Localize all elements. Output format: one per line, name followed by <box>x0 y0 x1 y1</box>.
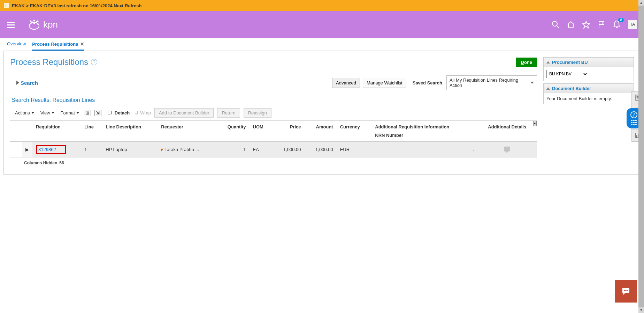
wrap-button: ↲Wrap <box>135 110 151 116</box>
export-icon[interactable]: ⇲ <box>94 110 101 116</box>
done-mnemonic: D <box>521 60 524 65</box>
chevron-down-icon <box>31 112 34 114</box>
actions-menu[interactable]: Actions <box>14 109 36 117</box>
procurement-bu-panel-header[interactable]: Procurement BU <box>544 58 634 67</box>
horizontal-scroll-handle[interactable]: ▸ <box>533 121 537 126</box>
done-button[interactable]: Done <box>516 58 537 67</box>
col-additional-info[interactable]: Additional Requisition Information KRN N… <box>371 121 477 142</box>
star-icon[interactable] <box>582 20 590 29</box>
header-actions: 8 TA <box>551 20 637 29</box>
svg-point-3 <box>37 21 38 22</box>
document-builder-title: Document Builder <box>552 86 591 91</box>
adv-mnemonic: A <box>336 80 339 85</box>
results-title: Search Results: Requisition Lines <box>12 97 536 103</box>
reassign-button[interactable]: Reassign <box>244 108 271 118</box>
document-builder-panel: Document Builder Your Document Builder i… <box>543 83 634 104</box>
flag-icon: ◤ <box>161 148 164 152</box>
keypad-icon <box>631 120 637 125</box>
requester-name: Taraka Prabhu ... <box>164 147 199 152</box>
return-button[interactable]: Return <box>217 108 240 118</box>
expand-triangle-icon <box>16 81 19 85</box>
home-icon[interactable] <box>567 20 575 29</box>
search-controls: Advanced Manage Watchlist Saved Search A… <box>332 75 537 90</box>
crown-logo-icon <box>27 17 41 31</box>
chevron-down-icon <box>530 82 534 84</box>
page-title: Process Requisitions ? <box>10 57 97 67</box>
col-uom[interactable]: UOM <box>250 121 273 142</box>
page-tabs: Overview Process Requisitions ✕ <box>0 38 644 51</box>
col-quantity[interactable]: Quantity <box>216 121 250 142</box>
done-rest: one <box>524 60 532 65</box>
scroll-up-icon[interactable]: ▲ <box>638 0 644 6</box>
requisition-lines-table: Requisition Line Line Description Reques… <box>10 121 537 158</box>
table-row[interactable]: ▶ 8129862 1 HP Laptop ◤Taraka Prabhu ...… <box>10 142 537 158</box>
document-builder-empty: Your Document Builder is empty. <box>546 96 612 101</box>
advanced-button[interactable]: Advanced <box>332 78 360 88</box>
table-footer: Columns Hidden 56 <box>10 158 537 168</box>
wrap-icon: ↲ <box>135 110 139 116</box>
highlight-box: 8129862 <box>36 145 66 154</box>
saved-search-select[interactable]: All My Requisition Lines Requiring Actio… <box>446 75 537 90</box>
add-to-document-builder-button[interactable]: Add to Document Builder <box>154 108 214 118</box>
flag-icon[interactable] <box>597 20 606 29</box>
hamburger-menu-icon[interactable] <box>7 21 17 28</box>
detach-button[interactable]: ❐Detach <box>105 109 131 118</box>
detach-label: Detach <box>115 110 130 115</box>
page-title-row: Process Requisitions ? Done <box>10 57 537 67</box>
details-icon[interactable] <box>504 147 510 151</box>
saved-search-value: All My Requisition Lines Requiring Actio… <box>450 77 530 88</box>
format-menu[interactable]: Format <box>59 109 80 117</box>
help-icon[interactable]: ? <box>91 59 97 65</box>
col-amount[interactable]: Amount <box>304 121 336 142</box>
collapse-triangle-icon <box>546 87 550 90</box>
tab-process-requisitions[interactable]: Process Requisitions ✕ <box>32 41 84 51</box>
vertical-scrollbar[interactable]: ▲ ▼ <box>638 0 644 178</box>
svg-point-1 <box>30 21 31 22</box>
col-line[interactable]: Line <box>81 121 102 142</box>
brand-logo[interactable]: kpn <box>27 17 58 31</box>
tab-label: Process Requisitions <box>32 42 78 47</box>
close-tab-icon[interactable]: ✕ <box>80 41 84 47</box>
freeze-icon[interactable]: ⊞ <box>84 110 91 116</box>
procurement-bu-panel: Procurement BU BU KPN BV <box>543 57 634 81</box>
cell-requisition: 8129862 <box>32 142 81 158</box>
tab-overview[interactable]: Overview <box>7 41 26 51</box>
col-requisition[interactable]: Requisition <box>32 121 81 142</box>
col-additional-details[interactable]: Additional Details <box>477 121 537 142</box>
expand-row-icon[interactable]: ▶ <box>22 142 32 158</box>
search-toggle[interactable]: Search <box>16 80 38 86</box>
search-label: Search <box>21 80 38 86</box>
procurement-bu-title: Procurement BU <box>552 60 588 65</box>
cell-requester: ◤Taraka Prabhu ... <box>158 142 216 158</box>
view-label: View <box>40 110 50 115</box>
main-column: Process Requisitions ? Done Search Advan… <box>10 57 537 168</box>
chevron-down-icon <box>76 112 79 114</box>
svg-line-5 <box>557 25 559 28</box>
search-icon[interactable] <box>551 20 560 29</box>
col-price[interactable]: Price <box>272 121 304 142</box>
main-content: Process Requisitions ? Done Search Advan… <box>3 51 641 175</box>
header-spacer <box>10 121 22 142</box>
col-line-description[interactable]: Line Description <box>102 121 158 142</box>
svg-point-2 <box>34 20 35 21</box>
format-label: Format <box>61 110 75 115</box>
page-title-text: Process Requisitions <box>10 57 88 67</box>
info-icon: i <box>630 111 637 118</box>
col-requester[interactable]: Requester <box>158 121 216 142</box>
columns-hidden-label: Columns Hidden <box>24 161 57 165</box>
view-menu[interactable]: View <box>39 109 56 117</box>
manage-watchlist-button[interactable]: Manage Watchlist <box>363 78 406 88</box>
user-avatar[interactable]: TA <box>628 20 637 29</box>
document-builder-panel-header[interactable]: Document Builder <box>544 84 634 93</box>
cell-line-description: HP Laptop <box>102 142 158 158</box>
requisition-link[interactable]: 8129862 <box>38 147 56 152</box>
scroll-thumb[interactable] <box>638 6 644 178</box>
procurement-bu-select[interactable]: BU KPN BV <box>546 70 588 78</box>
col-currency[interactable]: Currency <box>337 121 372 142</box>
svg-rect-17 <box>636 135 637 138</box>
chevron-down-icon <box>52 112 54 114</box>
columns-hidden-count: 56 <box>59 161 64 165</box>
notifications-button[interactable]: 8 <box>613 20 621 29</box>
detach-icon: ❐ <box>106 110 113 116</box>
saved-search-label: Saved Search <box>413 80 442 85</box>
